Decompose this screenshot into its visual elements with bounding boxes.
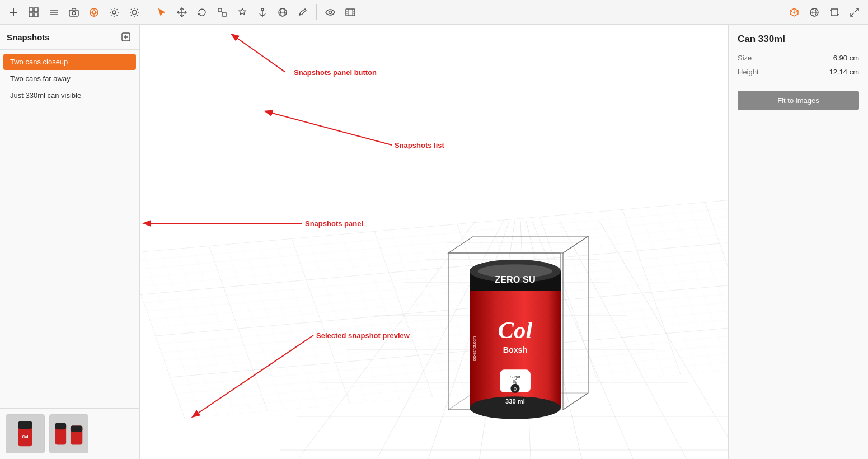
canvas-viewport[interactable]: ZERO SU Col Boxsh boxeshot.com Sugar 0g … (140, 25, 728, 459)
svg-point-32 (261, 8, 264, 11)
svg-text:Col: Col (22, 435, 29, 439)
toolbar (0, 0, 868, 25)
snapshot-item-1[interactable]: Two cans closeup (3, 54, 136, 70)
eye-toolbar-icon[interactable] (321, 3, 339, 21)
brightness-toolbar-icon[interactable] (125, 3, 143, 21)
transform-toolbar-icon[interactable] (233, 3, 251, 21)
snapshot-previews: Col (0, 408, 139, 459)
target-toolbar-icon[interactable] (85, 3, 103, 21)
sphere-toolbar-icon[interactable] (274, 3, 292, 21)
separator-2 (316, 4, 317, 20)
svg-rect-39 (346, 9, 355, 16)
main-content: Snapshots Two cans closeup Two cans far … (0, 25, 868, 459)
svg-point-12 (92, 11, 96, 14)
svg-rect-2 (29, 8, 33, 12)
height-label: Height (738, 68, 759, 76)
grid-background (140, 25, 728, 459)
globe-toolbar-icon[interactable] (805, 3, 823, 21)
svg-line-55 (855, 8, 858, 12)
can-shape: ZERO SU Col Boxsh boxeshot.com Sugar 0g … (465, 259, 566, 424)
film-toolbar-icon[interactable] (341, 3, 359, 21)
svg-text:0: 0 (513, 386, 516, 392)
separator-1 (148, 4, 148, 20)
svg-rect-3 (34, 8, 38, 12)
svg-rect-62 (18, 421, 32, 429)
size-property: Size 6.90 cm (738, 54, 859, 62)
svg-line-48 (794, 11, 798, 13)
svg-point-38 (329, 11, 332, 13)
snapshot-item-2[interactable]: Two cans far away (3, 71, 136, 87)
svg-text:Col: Col (498, 317, 532, 343)
snapshots-list: Two cans closeup Two cans far away Just … (0, 50, 139, 408)
svg-line-24 (137, 15, 138, 16)
fit-to-images-button[interactable]: Fit to images (738, 91, 859, 110)
svg-line-31 (222, 12, 223, 13)
crop-toolbar-icon[interactable] (825, 3, 843, 21)
svg-rect-29 (218, 8, 222, 12)
snapshot-preview-2[interactable] (49, 414, 88, 453)
grid-toolbar-icon[interactable] (25, 3, 43, 21)
menu-toolbar-icon[interactable] (45, 3, 63, 21)
svg-line-25 (137, 9, 138, 10)
svg-text:Boxsh: Boxsh (503, 345, 527, 354)
move-toolbar-icon[interactable] (173, 3, 191, 21)
settings-toolbar-icon[interactable] (105, 3, 123, 21)
svg-rect-68 (71, 425, 82, 432)
expand-toolbar-icon[interactable] (846, 3, 864, 21)
svg-text:330 ml: 330 ml (505, 398, 525, 405)
height-value: 12.14 cm (829, 68, 859, 76)
scale-toolbar-icon[interactable] (213, 3, 231, 21)
add-snapshot-button[interactable] (119, 30, 133, 44)
size-label: Size (738, 54, 752, 62)
camera-toolbar-icon[interactable] (65, 3, 83, 21)
svg-line-56 (851, 13, 854, 16)
svg-rect-66 (55, 423, 66, 430)
svg-point-10 (72, 11, 76, 15)
rotate-toolbar-icon[interactable] (193, 3, 211, 21)
snapshot-preview-1[interactable]: Col (6, 414, 45, 453)
svg-line-23 (131, 9, 132, 10)
pen-toolbar-icon[interactable] (294, 3, 312, 21)
svg-rect-9 (69, 10, 78, 16)
svg-text:0g: 0g (513, 380, 517, 384)
svg-text:boxeshot.com: boxeshot.com (472, 336, 477, 361)
svg-point-18 (132, 10, 137, 15)
svg-text:ZERO SU: ZERO SU (495, 274, 535, 284)
snapshots-panel: Snapshots Two cans closeup Two cans far … (0, 25, 140, 459)
svg-rect-30 (223, 13, 226, 16)
svg-line-47 (790, 11, 794, 13)
svg-text:Sugar: Sugar (509, 375, 520, 380)
snapshot-item-3[interactable]: Just 330ml can visible (3, 87, 136, 104)
cursor-toolbar-icon[interactable] (153, 3, 171, 21)
svg-point-17 (112, 11, 116, 14)
model-title: Can 330ml (738, 34, 859, 45)
box3d-toolbar-icon[interactable] (785, 3, 803, 21)
anchor-toolbar-icon[interactable] (254, 3, 271, 21)
sidebar-header: Snapshots (0, 25, 139, 50)
add-toolbar-icon[interactable] (4, 3, 22, 21)
height-property: Height 12.14 cm (738, 68, 859, 76)
right-properties-panel: Can 330ml Size 6.90 cm Height 12.14 cm F… (728, 25, 868, 459)
svg-rect-4 (29, 13, 33, 17)
sidebar-title: Snapshots (7, 32, 50, 42)
svg-rect-5 (34, 13, 38, 17)
svg-line-26 (131, 15, 132, 16)
size-value: 6.90 cm (833, 54, 859, 62)
